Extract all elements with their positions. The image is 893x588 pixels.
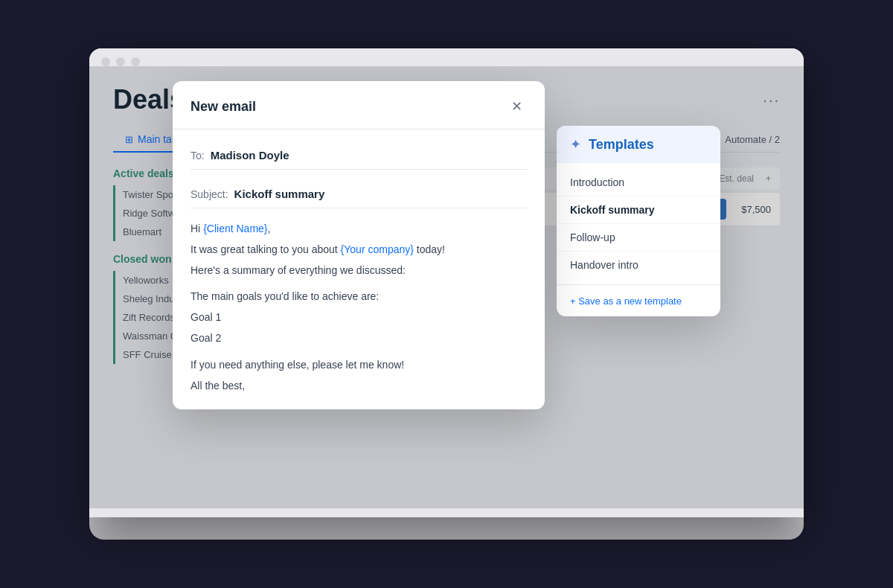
modal-overlay: New email ✕ To: Madison Doyle: [89, 66, 804, 508]
window-dot-green: [131, 57, 140, 66]
to-label: To:: [191, 150, 205, 162]
templates-header: ✦ Templates: [557, 126, 720, 163]
template-item-handover[interactable]: Handover intro: [557, 252, 720, 278]
window-dot-red: [101, 57, 110, 66]
modal-wrapper: New email ✕ To: Madison Doyle: [173, 81, 720, 409]
email-line1: It was great talking to you about {Your …: [191, 241, 527, 259]
window-chrome: [89, 48, 804, 66]
email-subject-row: Subject: Kickoff summary: [191, 180, 527, 208]
email-to-row: To: Madison Doyle: [191, 141, 527, 170]
modal-header: New email ✕: [173, 81, 545, 130]
email-modal: New email ✕ To: Madison Doyle: [173, 81, 545, 409]
templates-title[interactable]: Templates: [589, 137, 654, 153]
sign-off: All the best,: [191, 377, 527, 395]
email-goals: The main goals you'd like to achieve are…: [191, 288, 527, 347]
template-item-introduction[interactable]: Introduction: [557, 169, 720, 196]
goal-1: Goal 1: [191, 309, 527, 327]
laptop-screen: Deals ··· ⊞ Main table ⊟ Kanban ⊡ F: [89, 48, 804, 517]
deals-app: Deals ··· ⊞ Main table ⊟ Kanban ⊡ F: [89, 66, 804, 508]
company-highlight: {Your company}: [341, 243, 414, 255]
closing-line: If you need anything else, please let me…: [191, 357, 527, 374]
app-content: Deals ··· ⊞ Main table ⊟ Kanban ⊡ F: [89, 66, 804, 508]
close-button[interactable]: ✕: [506, 96, 527, 117]
modal-body: To: Madison Doyle Subject: Kickoff summa…: [173, 130, 545, 409]
template-item-followup[interactable]: Follow-up: [557, 224, 720, 252]
modal-title: New email: [191, 99, 256, 115]
subject-label: Subject:: [191, 188, 228, 200]
goals-intro: The main goals you'd like to achieve are…: [191, 288, 527, 306]
email-recipient: Madison Doyle: [211, 149, 289, 162]
email-closing: If you need anything else, please let me…: [191, 357, 527, 395]
email-line2: Here's a summary of everything we discus…: [191, 262, 527, 280]
close-icon: ✕: [511, 98, 522, 115]
template-item-kickoff[interactable]: Kickoff summary: [557, 196, 720, 224]
subject-value: Kickoff summary: [234, 188, 325, 200]
templates-panel: ✦ Templates Introduction Kickoff summary…: [557, 126, 720, 316]
email-greeting: Hi {Client Name},: [191, 220, 527, 238]
templates-footer: + Save as a new template: [557, 284, 720, 316]
goal-2: Goal 2: [191, 330, 527, 348]
templates-list: Introduction Kickoff summary Follow-up H…: [557, 163, 720, 284]
window-dot-yellow: [116, 57, 125, 66]
client-name-highlight: {Client Name}: [203, 223, 267, 234]
templates-icon: ✦: [570, 136, 581, 153]
laptop-frame: Deals ··· ⊞ Main table ⊟ Kanban ⊡ F: [89, 48, 804, 540]
save-template-link[interactable]: + Save as a new template: [570, 295, 682, 307]
email-body[interactable]: Hi {Client Name}, It was great talking t…: [191, 220, 527, 394]
laptop-base: [89, 517, 804, 540]
